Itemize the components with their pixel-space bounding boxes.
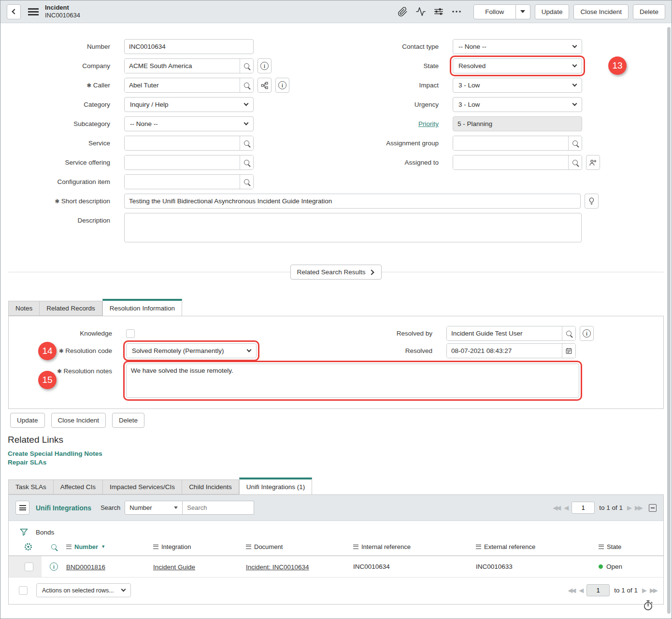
tab-child-incidents[interactable]: Child Incidents bbox=[182, 479, 239, 494]
vertical-scrollbar[interactable] bbox=[667, 27, 671, 614]
impact-select[interactable]: 3 - Low bbox=[453, 78, 582, 93]
related-search-results-button[interactable]: Related Search Results bbox=[290, 265, 382, 280]
caller-info-icon[interactable]: i bbox=[275, 78, 289, 93]
column-header-external-reference[interactable]: External reference bbox=[476, 543, 599, 550]
last-page-icon[interactable]: ▶▶ bbox=[650, 587, 657, 594]
collapse-list-icon[interactable] bbox=[649, 504, 657, 512]
column-menu-icon[interactable] bbox=[246, 545, 251, 549]
subcategory-select[interactable]: -- None -- bbox=[124, 116, 254, 131]
resolved-by-search-icon[interactable] bbox=[562, 326, 575, 340]
create-special-handling-notes-link[interactable]: Create Special Handling Notes bbox=[8, 450, 672, 458]
column-menu-icon[interactable] bbox=[476, 545, 481, 549]
tab-related-records[interactable]: Related Records bbox=[40, 301, 102, 316]
tab-affected-cis[interactable]: Affected CIs bbox=[54, 479, 103, 494]
row-checkbox[interactable] bbox=[25, 563, 33, 571]
update-button-footer[interactable]: Update bbox=[10, 413, 45, 428]
filter-breadcrumb[interactable]: Bonds bbox=[36, 529, 54, 536]
close-incident-button-header[interactable]: Close Incident bbox=[573, 4, 629, 19]
assigned-to-input[interactable] bbox=[453, 155, 568, 169]
follow-dropdown-button[interactable] bbox=[516, 4, 530, 19]
tab-task-slas[interactable]: Task SLAs bbox=[8, 479, 54, 494]
close-incident-button-footer[interactable]: Close Incident bbox=[51, 413, 106, 428]
column-header-number[interactable]: Number▼ bbox=[66, 543, 153, 550]
lightbulb-icon[interactable] bbox=[585, 194, 599, 209]
assignment-group-input[interactable] bbox=[453, 136, 568, 150]
column-header-integration[interactable]: Integration bbox=[153, 543, 246, 550]
tab-resolution-information[interactable]: Resolution Information bbox=[102, 299, 182, 316]
sliders-icon[interactable] bbox=[432, 5, 445, 18]
select-all-checkbox[interactable] bbox=[19, 586, 28, 595]
short-description-input[interactable] bbox=[124, 194, 581, 209]
resolution-notes-textarea[interactable]: We have solved the issue remotely. bbox=[126, 364, 579, 398]
service-offering-input[interactable] bbox=[125, 155, 240, 169]
last-page-icon[interactable]: ▶▶ bbox=[635, 504, 642, 511]
column-header-internal-reference[interactable]: Internal reference bbox=[353, 543, 476, 550]
description-textarea[interactable] bbox=[124, 213, 582, 242]
column-header-state[interactable]: State bbox=[599, 543, 663, 550]
state-select[interactable]: Resolved bbox=[453, 58, 582, 73]
follow-button[interactable]: Follow bbox=[473, 4, 516, 19]
actions-select[interactable]: Actions on selected rows... bbox=[36, 583, 131, 597]
delete-button-header[interactable]: Delete bbox=[633, 4, 665, 19]
service-search-icon[interactable] bbox=[240, 136, 253, 150]
activity-stream-icon[interactable] bbox=[415, 5, 427, 18]
gear-icon[interactable] bbox=[23, 542, 33, 552]
stopwatch-icon[interactable] bbox=[643, 599, 654, 613]
resolved-by-input[interactable] bbox=[447, 326, 562, 340]
caller-input[interactable] bbox=[125, 78, 240, 92]
company-search-icon[interactable] bbox=[240, 59, 253, 73]
page-number-input[interactable] bbox=[572, 502, 595, 514]
resolution-code-select[interactable]: Solved Remotely (Permanently) bbox=[126, 343, 257, 358]
resolved-by-info-icon[interactable]: i bbox=[580, 326, 594, 341]
previous-page-icon[interactable]: ◀ bbox=[579, 587, 582, 594]
funnel-icon[interactable] bbox=[19, 527, 29, 537]
number-input[interactable] bbox=[124, 39, 254, 54]
tab-unifi-integrations[interactable]: Unifi Integrations (1) bbox=[239, 478, 313, 494]
contact-type-select[interactable]: -- None -- bbox=[453, 39, 582, 54]
list-search-icon[interactable] bbox=[51, 544, 57, 549]
page-number-input[interactable] bbox=[586, 584, 610, 596]
first-page-icon[interactable]: ◀◀ bbox=[568, 587, 574, 594]
knowledge-checkbox[interactable] bbox=[126, 329, 135, 338]
delete-button-footer[interactable]: Delete bbox=[112, 413, 144, 428]
column-menu-icon[interactable] bbox=[353, 545, 358, 549]
priority-link[interactable]: Priority bbox=[418, 120, 439, 127]
calendar-icon[interactable] bbox=[562, 344, 575, 358]
tab-impacted-services-cis[interactable]: Impacted Services/CIs bbox=[103, 479, 182, 494]
urgency-select[interactable]: 3 - Low bbox=[453, 97, 582, 112]
company-input[interactable] bbox=[125, 59, 240, 73]
next-page-icon[interactable]: ▶ bbox=[642, 587, 645, 594]
caller-search-icon[interactable] bbox=[240, 78, 253, 92]
search-field-select[interactable]: Number bbox=[125, 501, 183, 515]
column-menu-icon[interactable] bbox=[599, 545, 604, 549]
caller-org-chart-icon[interactable] bbox=[257, 78, 272, 93]
assign-to-me-user-add-icon[interactable] bbox=[586, 155, 600, 170]
repair-slas-link[interactable]: Repair SLAs bbox=[8, 458, 672, 467]
column-menu-icon[interactable] bbox=[153, 545, 158, 549]
more-options-icon[interactable] bbox=[450, 5, 463, 18]
assigned-to-search-icon[interactable] bbox=[568, 155, 582, 169]
back-button[interactable] bbox=[7, 4, 21, 19]
row-integration-link[interactable]: Incident Guide bbox=[153, 563, 195, 571]
service-input[interactable] bbox=[125, 136, 240, 150]
configuration-item-search-icon[interactable] bbox=[240, 175, 253, 189]
menu-icon[interactable] bbox=[28, 8, 39, 15]
category-select[interactable]: Inquiry / Help bbox=[124, 97, 254, 112]
paperclip-icon[interactable] bbox=[397, 5, 409, 18]
configuration-item-input[interactable] bbox=[125, 175, 240, 189]
update-button-header[interactable]: Update bbox=[535, 4, 570, 19]
assignment-group-search-icon[interactable] bbox=[568, 136, 582, 150]
next-page-icon[interactable]: ▶ bbox=[627, 504, 630, 511]
company-info-icon[interactable]: i bbox=[257, 58, 272, 73]
row-info-icon[interactable]: i bbox=[50, 563, 58, 571]
list-search-input[interactable] bbox=[183, 501, 254, 515]
column-header-document[interactable]: Document bbox=[246, 543, 353, 550]
service-offering-search-icon[interactable] bbox=[240, 155, 253, 169]
row-number-link[interactable]: BND0001816 bbox=[66, 563, 105, 571]
list-menu-icon[interactable] bbox=[15, 501, 29, 515]
tab-notes[interactable]: Notes bbox=[8, 301, 40, 316]
previous-page-icon[interactable]: ◀ bbox=[564, 504, 567, 511]
column-menu-icon[interactable] bbox=[66, 545, 71, 549]
first-page-icon[interactable]: ◀◀ bbox=[553, 504, 559, 511]
row-document-link[interactable]: Incident: INC0010634 bbox=[246, 563, 309, 571]
